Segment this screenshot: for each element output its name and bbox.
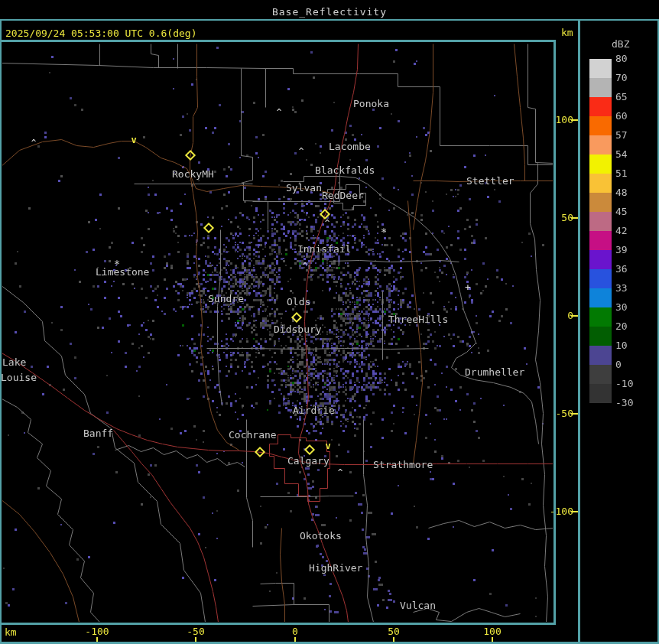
city-label: Didsbury: [274, 324, 322, 335]
legend-swatch: [589, 59, 612, 78]
legend-value-label: 36: [615, 263, 649, 275]
city-label: Olds: [287, 296, 310, 307]
city-label: Innisfail: [297, 243, 351, 255]
city-label: Limestone: [96, 266, 149, 278]
y-axis-tick-label: -50: [544, 408, 573, 419]
vee-marker: v: [131, 135, 136, 145]
legend-swatch: [589, 384, 612, 403]
legend-value-label: 51: [615, 168, 649, 179]
timestamp-label: 2025/09/24 05:53:00 UTC 0.6(deg): [5, 28, 196, 39]
city-label: Lacombe: [329, 141, 371, 152]
city-label: Banff: [83, 428, 113, 439]
legend-swatch: [589, 154, 612, 174]
city-label: Lake: [2, 356, 26, 368]
legend-value-label: 54: [615, 148, 649, 160]
x-axis-tick-label: 0: [278, 626, 312, 637]
legend-swatch: [589, 327, 612, 346]
city-label: Drumheller: [465, 366, 524, 378]
divider-under-title: [0, 19, 659, 21]
legend-value-label: 33: [615, 282, 649, 294]
peak-caret-marker: ^: [303, 261, 308, 271]
legend-swatch: [589, 193, 612, 212]
peak-caret-marker: ^: [325, 218, 330, 228]
legend-unit-label: dBZ: [612, 38, 629, 50]
divider-legend: [578, 19, 580, 644]
legend-value-label: 20: [615, 320, 649, 332]
y-axis-tick-label: -100: [544, 506, 573, 517]
legend-value-label: -30: [615, 397, 649, 408]
city-label: RockyMH: [172, 168, 214, 180]
x-axis-tick-label: 50: [377, 626, 411, 637]
y-axis-tick-mark: [571, 119, 578, 121]
x-axis-tick-label: 100: [476, 626, 509, 637]
city-label: Airdrie: [293, 405, 335, 416]
star-marker: *: [381, 226, 387, 238]
peak-caret-marker: ^: [31, 138, 37, 148]
city-label: Vulcan: [400, 600, 436, 611]
legend-swatch: [589, 307, 612, 327]
legend-swatch: [589, 174, 612, 193]
x-axis-tick-label: -100: [80, 626, 114, 637]
legend-value-label: 65: [615, 91, 649, 102]
legend-value-label: 45: [615, 206, 649, 217]
legend-swatch: [589, 231, 612, 250]
map-border-top: [0, 40, 556, 42]
city-label: Calgary: [287, 455, 330, 467]
peak-caret-marker: ^: [338, 467, 343, 477]
radar-map-canvas[interactable]: [0, 0, 659, 644]
legend-swatch: [589, 212, 612, 231]
legend-value-label: 10: [615, 340, 649, 351]
city-label: Sylvan: [286, 182, 322, 194]
y-axis-tick-mark: [571, 413, 578, 415]
y-axis-tick-label: 0: [544, 310, 573, 321]
star-marker: *: [114, 258, 120, 270]
legend-value-label: 80: [615, 53, 649, 64]
city-label: Cochrane: [229, 429, 277, 441]
city-label: Strathmore: [373, 459, 433, 470]
legend-swatch: [589, 269, 612, 288]
legend-value-label: 39: [615, 244, 649, 255]
legend-value-label: -10: [615, 378, 649, 389]
plus-marker: +: [465, 281, 471, 293]
legend-swatch: [589, 135, 612, 154]
city-label: ThreeHills: [388, 314, 448, 325]
y-axis-tick-label: 50: [544, 212, 573, 223]
x-axis-unit-label: km: [5, 626, 17, 638]
y-axis-tick-label: 100: [544, 114, 573, 125]
legend-value-label: 70: [615, 72, 649, 83]
legend-value-label: 0: [615, 359, 649, 370]
y-axis-tick-mark: [571, 315, 578, 317]
y-axis-unit-label: km: [561, 27, 573, 38]
city-label: Ponoka: [353, 98, 389, 109]
peak-caret-marker: ^: [299, 146, 304, 156]
legend-value-label: 60: [615, 110, 649, 122]
legend-value-label: 30: [615, 301, 649, 313]
legend-swatch: [589, 288, 612, 307]
legend-swatch: [589, 78, 612, 97]
legend-swatch: [589, 250, 612, 269]
legend-swatch: [589, 97, 612, 116]
legend-swatch: [589, 346, 612, 365]
y-axis-tick-mark: [571, 217, 578, 219]
frame-left: [0, 19, 2, 644]
page-title: Base_Reflectivity: [0, 6, 659, 18]
legend-value-label: 42: [615, 225, 649, 236]
map-border-bottom: [0, 623, 556, 625]
legend-swatch: [589, 116, 612, 135]
radar-app-window: Base_Reflectivity 2025/09/24 05:53:00 UT…: [0, 0, 659, 644]
vee-marker: v: [325, 441, 330, 451]
legend-swatch: [589, 365, 612, 384]
map-border-right: [553, 40, 556, 625]
city-label: RedDeer: [322, 190, 364, 201]
legend-value-label: 57: [615, 129, 649, 141]
peak-caret-marker: ^: [277, 107, 282, 117]
city-label: Okotoks: [300, 530, 342, 542]
city-label: Stettler: [466, 175, 515, 187]
city-label: HighRiver: [309, 562, 362, 574]
city-label: Blackfalds: [315, 164, 375, 176]
y-axis-tick-mark: [571, 511, 578, 512]
city-label: Sundre: [208, 293, 244, 304]
x-axis-tick-label: -50: [179, 626, 213, 637]
legend-value-label: 48: [615, 187, 649, 198]
city-label: Louise: [1, 372, 37, 383]
